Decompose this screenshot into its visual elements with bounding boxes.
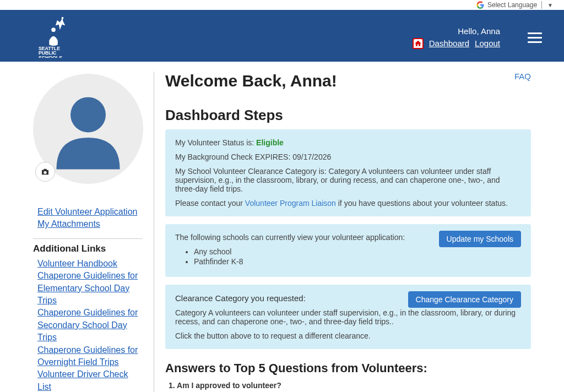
clearance-panel: Change Clearance Category Clearance Cate… [165,285,531,349]
update-schools-button[interactable]: Update my Schools [439,231,521,247]
sidebar-link[interactable]: Chaperone Guidelines for Overnight Field… [37,344,143,369]
svg-point-5 [70,97,106,132]
dropdown-triangle-icon: ▼ [545,2,553,8]
volunteer-status: My Volunteer Status is: Eligible [175,138,521,147]
home-icon[interactable] [413,38,424,49]
edit-application-link[interactable]: Edit Volunteer Application [37,206,143,218]
camera-icon [41,167,50,176]
sps-logo[interactable]: SEATTLEPUBLICSCHOOLS [39,15,70,59]
change-clearance-button[interactable]: Change Clearance Category [408,291,521,308]
logout-link[interactable]: Logout [475,39,500,48]
additional-links-heading: Additional Links [33,243,143,254]
header-bar: SEATTLEPUBLICSCHOOLS Hello, Anna Dashboa… [0,10,564,62]
greeting-text: Hello, Anna [458,26,500,36]
google-icon [476,1,484,9]
header-links: Dashboard Logout [413,38,500,49]
svg-text:SCHOOLS: SCHOOLS [39,56,62,58]
additional-links-list: Volunteer Handbook Chaperone Guidelines … [37,258,143,392]
sidebar-link[interactable]: Volunteer Handbook [37,258,143,270]
clearance-hint: Click the button above to to request a d… [175,331,521,340]
language-label: Select Language [487,1,542,9]
contact-liaison-text: Please contact your Volunteer Program Li… [175,199,521,208]
status-panel: My Volunteer Status is: Eligible My Back… [165,129,531,216]
schools-panel: Update my Schools The following schools … [165,224,531,277]
status-value: Eligible [256,138,284,147]
sidebar-link[interactable]: Volunteer Driver Check List [37,368,143,392]
list-item: Any school [194,247,521,256]
dashboard-steps-heading: Dashboard Steps [165,107,531,124]
faq-question-1: 1. Am I approved to volunteer? [165,381,531,390]
upload-photo-button[interactable] [35,162,55,182]
dashboard-link[interactable]: Dashboard [429,39,469,48]
welcome-heading: Welcome Back, Anna! [165,72,337,90]
liaison-link[interactable]: Volunteer Program Liaison [245,199,336,208]
menu-hamburger-icon[interactable] [528,30,542,46]
clearance-category-text: My School Volunteer Clearance Category i… [175,167,521,193]
faq-link[interactable]: FAQ [514,72,531,81]
list-item: Pathfinder K-8 [194,257,521,266]
sidebar: Edit Volunteer Application My Attachment… [33,72,154,392]
language-selector[interactable]: Select Language ▼ [0,0,564,10]
schools-list: Any school Pathfinder K-8 [194,247,521,266]
sidebar-divider [33,238,143,239]
avatar-container [33,74,143,184]
header-right: Hello, Anna Dashboard Logout [413,26,500,49]
my-attachments-link[interactable]: My Attachments [37,218,143,230]
main-content: Welcome Back, Anna! FAQ Dashboard Steps … [154,72,531,392]
sidebar-link[interactable]: Chaperone Guidelines for Secondary Schoo… [37,307,143,344]
bg-check-expiry: My Background Check EXPIRES: 09/17/2026 [175,153,521,161]
clearance-description: Category A volunteers can volunteer unde… [175,308,521,326]
svg-point-1 [51,28,56,32]
faq-answers-heading: Answers to Top 5 Questions from Voluntee… [165,361,531,375]
sidebar-link[interactable]: Chaperone Guidelines for Elementary Scho… [37,270,143,307]
